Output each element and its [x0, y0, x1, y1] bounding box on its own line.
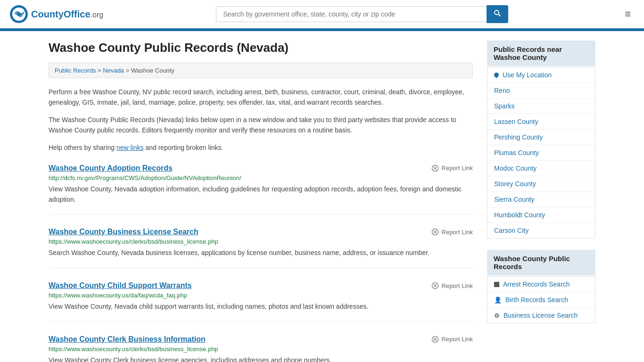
sidebar-item-modoc[interactable]: Modoc County — [487, 161, 595, 176]
business-license-search-link[interactable]: Business License Search — [504, 312, 578, 319]
record-url-business[interactable]: https://www.washoecounty.us/clerks/bsd/b… — [49, 238, 473, 245]
nearby-storey[interactable]: Storey County — [494, 180, 536, 188]
arrest-records-link[interactable]: Arrest Records Search — [503, 280, 570, 288]
page-title: Washoe County Public Records (Nevada) — [49, 41, 473, 55]
record-title-business[interactable]: Washoe County Business License Search — [49, 228, 198, 236]
nearby-lassen[interactable]: Lassen County — [494, 118, 538, 125]
sidebar-item-humboldt[interactable]: Humboldt County — [487, 207, 595, 223]
nearby-reno[interactable]: Reno — [494, 87, 510, 94]
sidebar-item-reno[interactable]: Reno — [487, 83, 595, 99]
svg-point-3 — [495, 10, 499, 15]
record-item: Washoe County Clerk Business Information… — [49, 335, 473, 362]
record-item: Washoe County Adoption Records Report Li… — [49, 164, 473, 214]
header: CountyOffice.org ≡ — [0, 0, 644, 30]
search-button[interactable] — [487, 5, 508, 23]
sidebar-item-sparks[interactable]: Sparks — [487, 99, 595, 114]
new-links-link[interactable]: new links — [116, 144, 144, 151]
nearby-humboldt[interactable]: Humboldt County — [494, 211, 545, 219]
svg-point-2 — [17, 12, 21, 16]
sidebar-item-plumas[interactable]: Plumas County — [487, 145, 595, 161]
breadcrumb-public-records[interactable]: Public Records — [55, 67, 96, 74]
nearby-header: Public Records near Washoe County — [487, 41, 595, 66]
nearby-carson[interactable]: Carson City — [494, 227, 528, 234]
sidebar-item-storey[interactable]: Storey County — [487, 176, 595, 192]
sidebar-item-sierra[interactable]: Sierra County — [487, 192, 595, 207]
logo-icon — [9, 5, 28, 24]
logo-text: CountyOffice.org — [31, 9, 103, 20]
records-list: Washoe County Adoption Records Report Li… — [49, 164, 473, 362]
content: Washoe County Public Records (Nevada) Pu… — [49, 41, 473, 362]
sidebar-item-carson[interactable]: Carson City — [487, 223, 595, 238]
record-header: Washoe County Child Support Warrants Rep… — [49, 281, 473, 290]
sidebar: Public Records near Washoe County Use My… — [487, 41, 595, 362]
washoe-records-section: Washoe County Public Records Arrest Reco… — [487, 250, 595, 323]
search-input[interactable] — [216, 6, 487, 22]
record-desc-adoption: View Washoe County, Nevada adoption info… — [49, 184, 473, 205]
gear-icon: ⚙ — [494, 312, 500, 319]
record-title-clerk[interactable]: Washoe County Clerk Business Information — [49, 335, 206, 344]
record-header: Washoe County Business License Search Re… — [49, 228, 473, 236]
record-header: Washoe County Adoption Records Report Li… — [49, 164, 473, 173]
washoe-records-header: Washoe County Public Records — [487, 250, 595, 275]
arrest-bullet-icon — [494, 282, 499, 287]
report-link-warrants[interactable]: Report Link — [431, 282, 473, 289]
record-item: Washoe County Child Support Warrants Rep… — [49, 281, 473, 322]
report-icon — [431, 336, 439, 343]
record-desc-clerk: View Washoe County Clerk business licens… — [49, 355, 473, 362]
search-area — [216, 5, 508, 23]
sidebar-item-lassen[interactable]: Lassen County — [487, 114, 595, 130]
record-desc-warrants: View Washoe County, Nevada child support… — [49, 302, 473, 312]
location-dot-icon — [493, 72, 500, 78]
sidebar-item-location[interactable]: Use My Location — [487, 67, 595, 83]
sidebar-item-biz-license[interactable]: ⚙ Business License Search — [487, 308, 595, 323]
person-icon: 👤 — [494, 296, 502, 304]
third-party-text: The Washoe County Public Records (Nevada… — [49, 115, 473, 136]
washoe-records-list: Arrest Records Search 👤 Birth Records Se… — [487, 276, 595, 323]
logo[interactable]: CountyOffice.org — [9, 5, 103, 24]
record-header: Washoe County Clerk Business Information… — [49, 335, 473, 344]
menu-button[interactable]: ≡ — [621, 6, 635, 22]
breadcrumb-washoe: Washoe County — [131, 67, 174, 74]
sidebar-item-birth[interactable]: 👤 Birth Records Search — [487, 292, 595, 308]
report-link-adoption[interactable]: Report Link — [431, 165, 473, 172]
record-url-clerk[interactable]: https://www.washoecounty.us/clerks/bsd/b… — [49, 346, 473, 353]
record-item: Washoe County Business License Search Re… — [49, 228, 473, 268]
report-link-clerk[interactable]: Report Link — [431, 336, 473, 343]
breadcrumb: Public Records > Nevada > Washoe County — [49, 63, 473, 78]
sidebar-item-arrest[interactable]: Arrest Records Search — [487, 277, 595, 292]
report-icon — [431, 282, 439, 289]
nearby-pershing[interactable]: Pershing County — [494, 133, 543, 141]
intro-text: Perform a free Washoe County, NV public … — [49, 87, 473, 108]
nearby-list: Use My Location Reno Sparks Lassen Count… — [487, 67, 595, 239]
record-desc-business: Search Washoe County, Nevada business li… — [49, 248, 473, 258]
nearby-sierra[interactable]: Sierra County — [494, 196, 535, 203]
report-icon — [431, 165, 439, 172]
nearby-use-location[interactable]: Use My Location — [503, 71, 552, 79]
nearby-modoc[interactable]: Modoc County — [494, 165, 537, 172]
report-icon — [431, 228, 439, 236]
nearby-sparks[interactable]: Sparks — [494, 102, 515, 110]
record-url-warrants[interactable]: https://www.washoecounty.us/da/faq/wcda_… — [49, 292, 473, 299]
svg-line-4 — [498, 14, 501, 16]
nearby-plumas[interactable]: Plumas County — [494, 149, 539, 156]
birth-records-link[interactable]: Birth Records Search — [505, 296, 568, 304]
breadcrumb-nevada[interactable]: Nevada — [103, 67, 124, 74]
report-link-business[interactable]: Report Link — [431, 228, 473, 236]
nearby-section: Public Records near Washoe County Use My… — [487, 41, 595, 239]
record-title-warrants[interactable]: Washoe County Child Support Warrants — [49, 281, 192, 290]
record-url-adoption[interactable]: http://dcfs.nv.gov/Programs/CWS/Adoption… — [49, 174, 473, 181]
sidebar-item-pershing[interactable]: Pershing County — [487, 130, 595, 145]
record-title-adoption[interactable]: Washoe County Adoption Records — [49, 164, 173, 173]
search-icon — [494, 9, 501, 17]
main-wrapper: Washoe County Public Records (Nevada) Pu… — [39, 31, 605, 362]
sharing-text: Help others by sharing new links and rep… — [49, 142, 473, 153]
